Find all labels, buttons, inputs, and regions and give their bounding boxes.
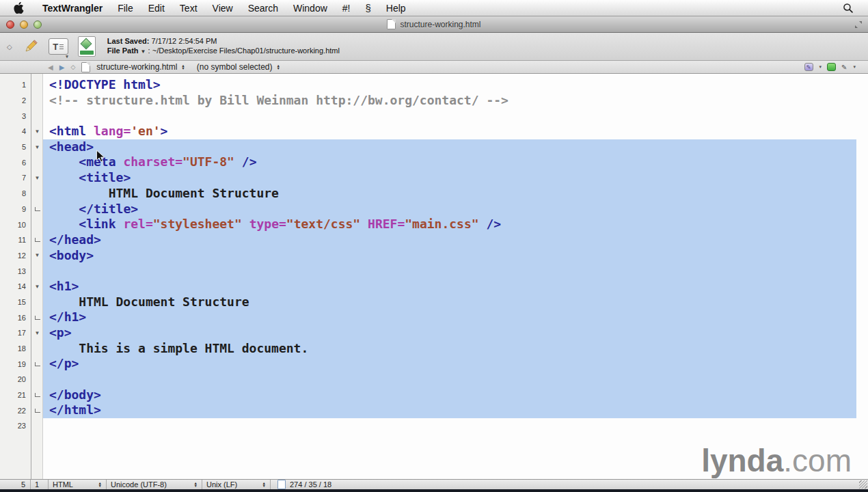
nav-filename: structure-working.html xyxy=(96,62,177,72)
fold-start-marker[interactable]: ▼ xyxy=(31,279,43,295)
popup-stepper-icon: ▲▼ xyxy=(98,482,102,487)
line-number: 1 xyxy=(0,77,31,93)
code-line-text[interactable]: This is a simple HTML document. xyxy=(43,341,856,357)
code-line-row: 9 </title> xyxy=(0,202,868,217)
file-icon xyxy=(81,62,90,72)
menu-text[interactable]: Text xyxy=(172,3,205,14)
chevron-down-icon: ▼ xyxy=(141,49,146,55)
code-line-text[interactable] xyxy=(43,418,856,434)
code-line-text[interactable] xyxy=(43,263,856,279)
language-popup[interactable]: HTML ▲▼ xyxy=(49,480,107,489)
code-line-text[interactable]: <!-- structure.html by Bill Weinman http… xyxy=(43,93,856,109)
code-line-text[interactable]: <title> xyxy=(43,170,856,186)
code-line-row: 13 xyxy=(0,263,868,279)
fold-spacer xyxy=(31,418,43,434)
code-line-text[interactable]: </h1> xyxy=(43,310,856,325)
code-line-text[interactable]: <p> xyxy=(43,325,856,341)
popup-stepper-icon: ▲▼ xyxy=(194,482,198,487)
menu-search[interactable]: Search xyxy=(241,3,286,14)
fold-start-marker[interactable]: ▼ xyxy=(31,325,43,341)
code-line-text[interactable]: </html> xyxy=(43,402,856,418)
menu-edit[interactable]: Edit xyxy=(141,3,172,14)
code-editor[interactable]: 1<!DOCTYPE html>2<!-- structure.html by … xyxy=(0,74,868,479)
code-line-text[interactable]: </p> xyxy=(43,356,856,372)
spotlight-search-icon[interactable] xyxy=(843,3,853,13)
title-bar: structure-working.html xyxy=(0,16,868,33)
fold-end-marker[interactable] xyxy=(31,402,43,418)
document-state-icon xyxy=(827,63,836,71)
code-line-text[interactable]: </head> xyxy=(43,232,856,248)
menu-window[interactable]: Window xyxy=(286,3,335,14)
fold-end-marker[interactable] xyxy=(31,356,43,372)
resize-grip[interactable] xyxy=(859,480,867,489)
code-line-text[interactable]: HTML Document Structure xyxy=(43,186,856,202)
code-line-text[interactable]: </title> xyxy=(43,202,856,217)
fold-start-marker[interactable]: ▼ xyxy=(31,139,43,155)
menu-file[interactable]: File xyxy=(110,3,141,14)
code-line-text[interactable]: <!DOCTYPE html> xyxy=(43,77,856,93)
scripts-menu-icon[interactable]: § xyxy=(357,2,378,14)
open-file-popup[interactable]: structure-working.html ▲▼ xyxy=(96,62,185,72)
fold-spacer xyxy=(31,341,43,357)
text-options-icon[interactable]: T▾ xyxy=(49,38,68,55)
line-number: 18 xyxy=(0,341,31,357)
code-line-text[interactable] xyxy=(43,372,856,387)
last-saved-label: Last Saved: xyxy=(107,37,150,45)
code-line-row: 2<!-- structure.html by Bill Weinman htt… xyxy=(0,93,868,109)
line-number: 11 xyxy=(0,232,31,248)
line-endings-popup[interactable]: Unix (LF) ▲▼ xyxy=(202,480,271,489)
toolbar-collapse-icon[interactable]: ◇ xyxy=(7,43,12,51)
line-number: 19 xyxy=(0,356,31,372)
code-line-text[interactable] xyxy=(43,108,856,124)
fold-start-marker[interactable]: ▼ xyxy=(31,170,43,186)
fold-end-marker[interactable] xyxy=(31,387,43,403)
fold-start-marker[interactable]: ▼ xyxy=(31,248,43,264)
menu--[interactable]: #! xyxy=(335,3,358,14)
cursor-column-indicator: 1 xyxy=(31,480,49,489)
fold-start-marker[interactable]: ▼ xyxy=(31,124,43,139)
document-stats: 274 / 35 / 18 xyxy=(271,480,336,489)
encoding-popup[interactable]: Unicode (UTF-8) ▲▼ xyxy=(107,480,202,489)
line-number: 10 xyxy=(0,217,31,232)
back-button[interactable]: ◀ xyxy=(48,64,53,71)
document-icon[interactable] xyxy=(78,36,96,57)
pencil-menu-icon[interactable]: ✎ xyxy=(841,64,847,71)
code-line-text[interactable]: <body> xyxy=(43,248,856,264)
fold-end-marker[interactable] xyxy=(31,232,43,248)
file-path-popup[interactable]: File Path ▼ xyxy=(107,46,146,55)
code-line-text[interactable]: <head> xyxy=(43,139,856,155)
forward-button[interactable]: ▶ xyxy=(59,64,65,71)
code-line-text[interactable]: <meta charset="UTF-8" /> xyxy=(43,154,856,170)
last-saved-value: 7/17/12 2:54:54 PM xyxy=(152,37,217,45)
line-number: 21 xyxy=(0,387,31,403)
code-line-row: 10 <link rel="stylesheet" type="text/css… xyxy=(0,217,868,232)
code-line-row: 21</body> xyxy=(0,387,868,403)
desktop-edge xyxy=(0,489,868,492)
symbol-popup[interactable]: (no symbol selected) ▲▼ xyxy=(197,62,280,72)
apple-menu-icon[interactable] xyxy=(14,2,24,14)
document-proxy-icon[interactable] xyxy=(387,19,396,29)
menu-help[interactable]: Help xyxy=(379,3,413,14)
fold-end-marker[interactable] xyxy=(31,202,43,217)
menu-view[interactable]: View xyxy=(205,3,241,14)
line-number: 2 xyxy=(0,93,31,109)
fold-end-marker[interactable] xyxy=(31,310,43,325)
code-line-text[interactable]: <html lang='en'> xyxy=(43,124,856,139)
menu-textwrangler[interactable]: TextWrangler xyxy=(35,3,110,14)
lynda-watermark: lynda.com xyxy=(701,444,852,477)
stats-doc-icon xyxy=(277,480,286,489)
fullscreen-icon[interactable] xyxy=(854,19,863,31)
code-line-row: 16</h1> xyxy=(0,310,868,325)
code-line-row: 15 HTML Document Structure xyxy=(0,295,868,310)
code-line-row: 11</head> xyxy=(0,232,868,248)
code-line-text[interactable]: <h1> xyxy=(43,279,856,295)
code-line-text[interactable]: </body> xyxy=(43,387,856,403)
pencil-icon[interactable] xyxy=(23,38,39,55)
code-line-row: 19</p> xyxy=(0,356,868,372)
code-line-text[interactable]: HTML Document Structure xyxy=(43,295,856,310)
markers-menu-icon[interactable]: ✎ xyxy=(804,63,813,71)
line-number: 15 xyxy=(0,295,31,310)
file-path-value: ~/Desktop/Exercise Files/Chap01/structur… xyxy=(152,46,340,55)
code-line-text[interactable]: <link rel="stylesheet" type="text/css" H… xyxy=(43,217,856,232)
status-bar: 5 1 HTML ▲▼ Unicode (UTF-8) ▲▼ Unix (LF)… xyxy=(0,479,868,489)
